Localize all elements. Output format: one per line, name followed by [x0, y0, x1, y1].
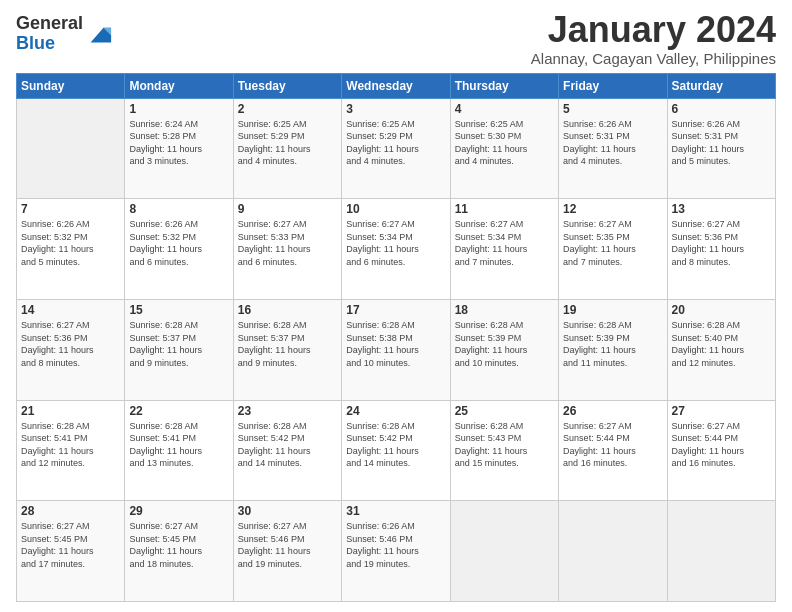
day-info: Sunrise: 6:26 AM Sunset: 5:31 PM Dayligh… — [672, 118, 771, 168]
day-info: Sunrise: 6:28 AM Sunset: 5:39 PM Dayligh… — [563, 319, 662, 369]
calendar-body: 1Sunrise: 6:24 AM Sunset: 5:28 PM Daylig… — [17, 98, 776, 601]
day-number: 30 — [238, 504, 337, 518]
calendar-cell: 11Sunrise: 6:27 AM Sunset: 5:34 PM Dayli… — [450, 199, 558, 300]
day-info: Sunrise: 6:28 AM Sunset: 5:37 PM Dayligh… — [129, 319, 228, 369]
calendar-cell: 14Sunrise: 6:27 AM Sunset: 5:36 PM Dayli… — [17, 299, 125, 400]
day-number: 14 — [21, 303, 120, 317]
calendar-header: SundayMondayTuesdayWednesdayThursdayFrid… — [17, 73, 776, 98]
day-number: 27 — [672, 404, 771, 418]
weekday-header-monday: Monday — [125, 73, 233, 98]
day-info: Sunrise: 6:28 AM Sunset: 5:42 PM Dayligh… — [238, 420, 337, 470]
calendar-cell: 6Sunrise: 6:26 AM Sunset: 5:31 PM Daylig… — [667, 98, 775, 199]
day-number: 26 — [563, 404, 662, 418]
calendar-cell: 2Sunrise: 6:25 AM Sunset: 5:29 PM Daylig… — [233, 98, 341, 199]
day-info: Sunrise: 6:27 AM Sunset: 5:45 PM Dayligh… — [21, 520, 120, 570]
day-number: 16 — [238, 303, 337, 317]
day-info: Sunrise: 6:27 AM Sunset: 5:36 PM Dayligh… — [21, 319, 120, 369]
logo-icon — [85, 20, 113, 48]
calendar-cell — [450, 501, 558, 602]
day-number: 15 — [129, 303, 228, 317]
calendar-table: SundayMondayTuesdayWednesdayThursdayFrid… — [16, 73, 776, 602]
day-info: Sunrise: 6:28 AM Sunset: 5:40 PM Dayligh… — [672, 319, 771, 369]
day-number: 19 — [563, 303, 662, 317]
day-number: 7 — [21, 202, 120, 216]
day-info: Sunrise: 6:28 AM Sunset: 5:38 PM Dayligh… — [346, 319, 445, 369]
calendar-cell: 10Sunrise: 6:27 AM Sunset: 5:34 PM Dayli… — [342, 199, 450, 300]
day-info: Sunrise: 6:27 AM Sunset: 5:36 PM Dayligh… — [672, 218, 771, 268]
week-row-4: 21Sunrise: 6:28 AM Sunset: 5:41 PM Dayli… — [17, 400, 776, 501]
day-info: Sunrise: 6:27 AM Sunset: 5:34 PM Dayligh… — [346, 218, 445, 268]
calendar-cell — [17, 98, 125, 199]
day-info: Sunrise: 6:28 AM Sunset: 5:42 PM Dayligh… — [346, 420, 445, 470]
day-number: 1 — [129, 102, 228, 116]
day-number: 5 — [563, 102, 662, 116]
calendar-cell: 16Sunrise: 6:28 AM Sunset: 5:37 PM Dayli… — [233, 299, 341, 400]
day-number: 10 — [346, 202, 445, 216]
day-number: 31 — [346, 504, 445, 518]
calendar-cell: 24Sunrise: 6:28 AM Sunset: 5:42 PM Dayli… — [342, 400, 450, 501]
day-info: Sunrise: 6:27 AM Sunset: 5:45 PM Dayligh… — [129, 520, 228, 570]
calendar-cell: 13Sunrise: 6:27 AM Sunset: 5:36 PM Dayli… — [667, 199, 775, 300]
day-info: Sunrise: 6:28 AM Sunset: 5:43 PM Dayligh… — [455, 420, 554, 470]
calendar-cell: 23Sunrise: 6:28 AM Sunset: 5:42 PM Dayli… — [233, 400, 341, 501]
day-info: Sunrise: 6:25 AM Sunset: 5:30 PM Dayligh… — [455, 118, 554, 168]
day-number: 12 — [563, 202, 662, 216]
calendar-cell: 18Sunrise: 6:28 AM Sunset: 5:39 PM Dayli… — [450, 299, 558, 400]
day-info: Sunrise: 6:27 AM Sunset: 5:46 PM Dayligh… — [238, 520, 337, 570]
calendar-cell: 31Sunrise: 6:26 AM Sunset: 5:46 PM Dayli… — [342, 501, 450, 602]
weekday-header-wednesday: Wednesday — [342, 73, 450, 98]
week-row-3: 14Sunrise: 6:27 AM Sunset: 5:36 PM Dayli… — [17, 299, 776, 400]
calendar-cell: 29Sunrise: 6:27 AM Sunset: 5:45 PM Dayli… — [125, 501, 233, 602]
calendar-cell — [667, 501, 775, 602]
day-number: 24 — [346, 404, 445, 418]
day-number: 28 — [21, 504, 120, 518]
day-info: Sunrise: 6:26 AM Sunset: 5:31 PM Dayligh… — [563, 118, 662, 168]
day-info: Sunrise: 6:27 AM Sunset: 5:44 PM Dayligh… — [563, 420, 662, 470]
weekday-header-friday: Friday — [559, 73, 667, 98]
day-info: Sunrise: 6:28 AM Sunset: 5:37 PM Dayligh… — [238, 319, 337, 369]
day-number: 22 — [129, 404, 228, 418]
week-row-5: 28Sunrise: 6:27 AM Sunset: 5:45 PM Dayli… — [17, 501, 776, 602]
calendar-cell: 8Sunrise: 6:26 AM Sunset: 5:32 PM Daylig… — [125, 199, 233, 300]
day-number: 3 — [346, 102, 445, 116]
calendar-page: General Blue January 2024 Alannay, Cagay… — [0, 0, 792, 612]
day-number: 13 — [672, 202, 771, 216]
day-info: Sunrise: 6:25 AM Sunset: 5:29 PM Dayligh… — [346, 118, 445, 168]
week-row-2: 7Sunrise: 6:26 AM Sunset: 5:32 PM Daylig… — [17, 199, 776, 300]
calendar-cell: 9Sunrise: 6:27 AM Sunset: 5:33 PM Daylig… — [233, 199, 341, 300]
day-number: 2 — [238, 102, 337, 116]
day-info: Sunrise: 6:26 AM Sunset: 5:32 PM Dayligh… — [21, 218, 120, 268]
logo: General Blue — [16, 14, 113, 54]
day-number: 23 — [238, 404, 337, 418]
day-info: Sunrise: 6:28 AM Sunset: 5:41 PM Dayligh… — [21, 420, 120, 470]
calendar-cell: 21Sunrise: 6:28 AM Sunset: 5:41 PM Dayli… — [17, 400, 125, 501]
calendar-cell: 3Sunrise: 6:25 AM Sunset: 5:29 PM Daylig… — [342, 98, 450, 199]
weekday-header-thursday: Thursday — [450, 73, 558, 98]
calendar-cell: 26Sunrise: 6:27 AM Sunset: 5:44 PM Dayli… — [559, 400, 667, 501]
title-block: January 2024 Alannay, Cagayan Valley, Ph… — [531, 10, 776, 67]
logo-blue: Blue — [16, 34, 83, 54]
calendar-cell — [559, 501, 667, 602]
calendar-cell: 15Sunrise: 6:28 AM Sunset: 5:37 PM Dayli… — [125, 299, 233, 400]
day-number: 8 — [129, 202, 228, 216]
weekday-row: SundayMondayTuesdayWednesdayThursdayFrid… — [17, 73, 776, 98]
calendar-cell: 28Sunrise: 6:27 AM Sunset: 5:45 PM Dayli… — [17, 501, 125, 602]
day-number: 11 — [455, 202, 554, 216]
calendar-cell: 4Sunrise: 6:25 AM Sunset: 5:30 PM Daylig… — [450, 98, 558, 199]
week-row-1: 1Sunrise: 6:24 AM Sunset: 5:28 PM Daylig… — [17, 98, 776, 199]
day-number: 4 — [455, 102, 554, 116]
day-number: 9 — [238, 202, 337, 216]
day-info: Sunrise: 6:26 AM Sunset: 5:32 PM Dayligh… — [129, 218, 228, 268]
day-number: 18 — [455, 303, 554, 317]
logo-general: General — [16, 14, 83, 34]
day-info: Sunrise: 6:26 AM Sunset: 5:46 PM Dayligh… — [346, 520, 445, 570]
calendar-cell: 1Sunrise: 6:24 AM Sunset: 5:28 PM Daylig… — [125, 98, 233, 199]
day-info: Sunrise: 6:27 AM Sunset: 5:33 PM Dayligh… — [238, 218, 337, 268]
day-info: Sunrise: 6:24 AM Sunset: 5:28 PM Dayligh… — [129, 118, 228, 168]
calendar-cell: 22Sunrise: 6:28 AM Sunset: 5:41 PM Dayli… — [125, 400, 233, 501]
weekday-header-tuesday: Tuesday — [233, 73, 341, 98]
calendar-cell: 30Sunrise: 6:27 AM Sunset: 5:46 PM Dayli… — [233, 501, 341, 602]
header: General Blue January 2024 Alannay, Cagay… — [16, 10, 776, 67]
day-info: Sunrise: 6:25 AM Sunset: 5:29 PM Dayligh… — [238, 118, 337, 168]
day-number: 29 — [129, 504, 228, 518]
